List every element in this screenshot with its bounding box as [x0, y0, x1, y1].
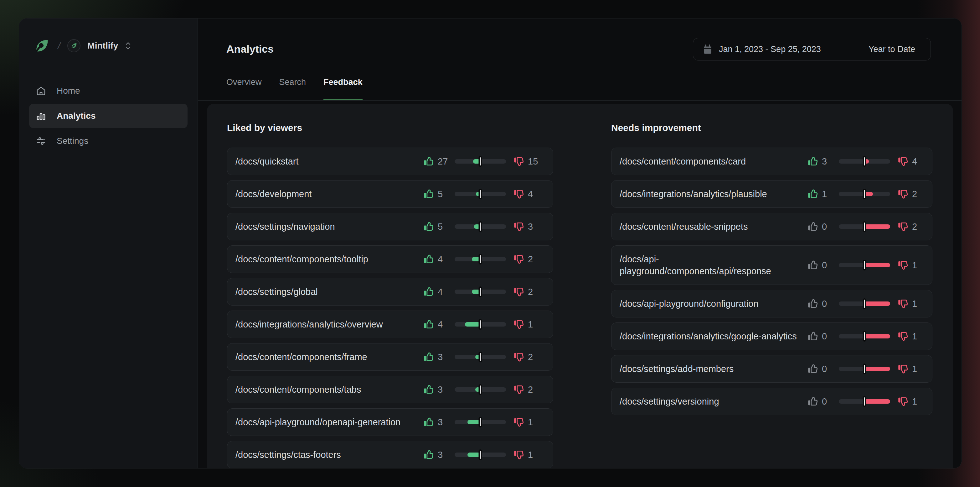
feedback-ratio-slider: [839, 367, 890, 371]
thumbs-down-icon: [514, 286, 524, 297]
feedback-row: /docs/settings/versioning 0 1: [611, 388, 932, 415]
thumbs-up-icon: [808, 364, 818, 374]
dislike-count: 2: [912, 189, 921, 199]
ratio-fill: [864, 263, 890, 267]
like-count: 0: [822, 364, 839, 374]
workspace-name: Mintlify: [88, 41, 118, 51]
workspace-switcher[interactable]: Mintlify: [67, 39, 131, 52]
dislike-count: 4: [912, 156, 921, 167]
feedback-metrics: 5 4: [423, 188, 537, 199]
tab-overview[interactable]: Overview: [226, 77, 262, 100]
like-count: 0: [822, 260, 839, 270]
bar-chart-icon: [36, 111, 46, 121]
tab-feedback[interactable]: Feedback: [323, 77, 363, 100]
thumbs-down-icon: [898, 396, 908, 407]
tab-search[interactable]: Search: [279, 77, 306, 100]
doc-path: /docs/api-playground/openapi-generation: [235, 416, 423, 428]
thumbs-up-icon: [423, 351, 434, 362]
doc-path: /docs/settings/ctas-footers: [235, 449, 423, 461]
sidebar-item-label: Analytics: [57, 111, 96, 121]
liked-list: /docs/quickstart 27 15 /doc: [227, 148, 553, 468]
doc-path: /docs/api-playground/components/api/resp…: [620, 253, 808, 277]
ratio-fill: [465, 322, 480, 327]
date-range-label: Jan 1, 2023 - Sep 25, 2023: [719, 45, 821, 54]
like-count: 3: [438, 352, 455, 362]
feedback-ratio-slider: [839, 224, 890, 229]
feedback-row: /docs/api-playground/openapi-generation …: [227, 408, 553, 436]
feedback-ratio-slider: [455, 159, 506, 164]
thumbs-down-icon: [514, 319, 524, 330]
thumbs-down-icon: [514, 188, 524, 199]
ratio-handle: [479, 351, 482, 362]
thumbs-up-icon: [808, 331, 818, 342]
feedback-row: /docs/integrations/analytics/google-anal…: [611, 323, 932, 350]
feedback-metrics: 4 1: [423, 319, 537, 330]
date-preset-button[interactable]: Year to Date: [853, 38, 931, 60]
ratio-fill: [864, 399, 890, 404]
like-count: 4: [438, 287, 455, 297]
dislike-count: 2: [912, 222, 921, 232]
calendar-icon: [703, 44, 713, 54]
doc-path: /docs/content/components/card: [620, 155, 808, 168]
feedback-metrics: 4 2: [423, 286, 537, 297]
ratio-handle: [863, 221, 866, 232]
doc-path: /docs/content/components/tooltip: [235, 253, 423, 265]
sliders-icon: [36, 136, 46, 146]
dislike-count: 1: [912, 396, 921, 407]
thumbs-down-icon: [898, 156, 908, 167]
like-count: 0: [822, 222, 839, 232]
feedback-row: /docs/settings/ctas-footers 3 1: [227, 441, 553, 468]
dislike-count: 15: [528, 156, 538, 167]
ratio-handle: [479, 384, 482, 395]
like-count: 3: [438, 417, 455, 428]
like-count: 3: [822, 156, 839, 167]
feedback-metrics: 3 4: [808, 156, 921, 167]
feedback-metrics: 0 1: [808, 331, 921, 342]
feedback-metrics: 5 3: [423, 221, 537, 232]
ratio-fill: [864, 302, 890, 306]
feedback-row: /docs/integrations/analytics/plausible 1…: [611, 180, 932, 208]
workspace-avatar: [67, 39, 81, 52]
ratio-handle: [863, 156, 866, 167]
sidebar-item-home[interactable]: Home: [29, 79, 188, 103]
like-count: 3: [438, 450, 455, 460]
mintlify-logo-icon[interactable]: [33, 38, 50, 54]
section-title-liked: Liked by viewers: [227, 123, 553, 133]
feedback-row: /docs/content/reusable-snippets 0 2: [611, 213, 932, 240]
thumbs-down-icon: [514, 156, 524, 167]
doc-path: /docs/integrations/analytics/overview: [235, 318, 423, 330]
date-range-button[interactable]: Jan 1, 2023 - Sep 25, 2023: [693, 38, 853, 60]
feedback-metrics: 0 1: [808, 260, 921, 270]
thumbs-up-icon: [423, 319, 434, 330]
feedback-ratio-slider: [839, 159, 890, 164]
sidebar-item-analytics[interactable]: Analytics: [29, 104, 188, 128]
doc-path: /docs/settings/versioning: [620, 396, 808, 407]
feedback-ratio-slider: [839, 334, 890, 339]
feedback-row: /docs/content/components/tooltip 4 2: [227, 245, 553, 273]
needs-improvement-list: /docs/content/components/card 3 4: [611, 148, 932, 415]
dislike-count: 1: [912, 364, 921, 374]
dislike-count: 1: [912, 299, 921, 309]
thumbs-up-icon: [808, 396, 818, 407]
like-count: 0: [822, 299, 839, 309]
app-window: / Mintlify: [19, 18, 962, 468]
ratio-handle: [479, 417, 482, 428]
feedback-metrics: 4 2: [423, 254, 537, 265]
feedback-row: /docs/content/components/frame 3 2: [227, 343, 553, 371]
ratio-handle: [479, 188, 482, 199]
doc-path: /docs/settings/add-members: [620, 363, 808, 375]
thumbs-up-icon: [423, 254, 434, 265]
page-title: Analytics: [226, 43, 274, 55]
thumbs-up-icon: [423, 449, 434, 460]
thumbs-up-icon: [423, 417, 434, 428]
home-icon: [36, 86, 46, 96]
thumbs-down-icon: [898, 364, 908, 374]
feedback-ratio-slider: [839, 192, 890, 196]
doc-path: /docs/content/components/tabs: [235, 383, 423, 396]
ratio-handle: [479, 221, 482, 232]
breadcrumb-separator: /: [57, 40, 62, 51]
sidebar-item-settings[interactable]: Settings: [29, 129, 188, 153]
sidebar: / Mintlify: [19, 19, 198, 468]
dislike-count: 1: [528, 319, 537, 330]
ratio-fill: [864, 367, 890, 371]
